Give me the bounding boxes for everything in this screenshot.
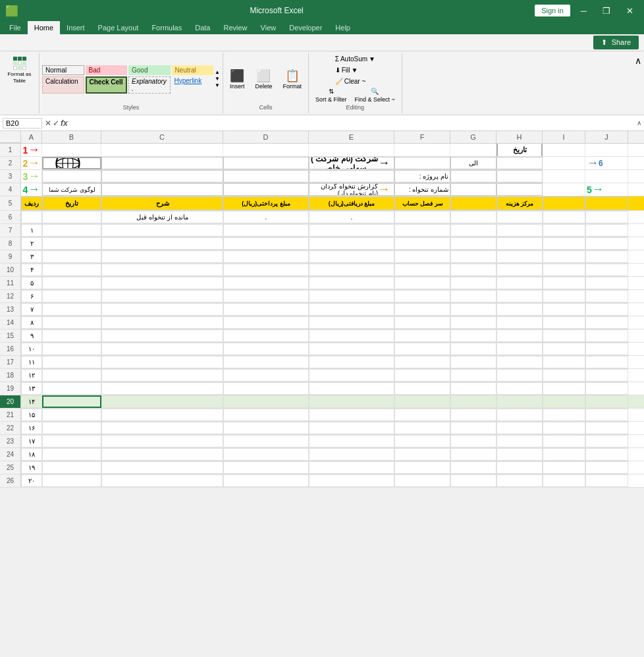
cell-g21[interactable] xyxy=(450,409,496,421)
cell-i22[interactable] xyxy=(543,422,585,434)
cell-a2[interactable]: 2 → xyxy=(21,157,42,169)
cell-j21[interactable] xyxy=(585,409,628,421)
cell-i19[interactable] xyxy=(543,382,585,395)
cell-g24[interactable] xyxy=(450,448,496,461)
cell-b20-selected[interactable] xyxy=(42,395,101,408)
cell-b6[interactable] xyxy=(42,211,101,223)
cell-a18[interactable]: ۱۲ xyxy=(21,369,42,382)
cell-f25[interactable] xyxy=(394,461,450,474)
cell-f20[interactable] xyxy=(394,395,450,408)
cell-b8[interactable] xyxy=(42,237,101,250)
col-header-j[interactable]: J xyxy=(585,131,628,143)
cell-g8[interactable] xyxy=(450,237,496,250)
autosum-button[interactable]: Σ AutoSum ▼ xyxy=(333,54,378,64)
col-header-h[interactable]: H xyxy=(496,131,543,143)
cell-d11[interactable] xyxy=(223,277,309,289)
cell-f11[interactable] xyxy=(394,277,450,289)
cell-a17[interactable]: ۱۱ xyxy=(21,356,42,368)
tab-developer[interactable]: Developer xyxy=(282,21,329,34)
cell-j23[interactable] xyxy=(585,435,628,447)
cell-h26[interactable] xyxy=(496,474,543,487)
cell-f26[interactable] xyxy=(394,474,450,487)
cell-c16[interactable] xyxy=(101,343,223,355)
cell-b5-date[interactable]: تاریخ xyxy=(42,196,101,210)
insert-button[interactable]: ⬛ Insert xyxy=(226,67,249,91)
restore-button[interactable]: ❐ xyxy=(597,5,616,17)
cell-f19[interactable] xyxy=(394,382,450,395)
tab-formulas[interactable]: Formulas xyxy=(145,21,188,34)
formula-expand-icon[interactable]: ∧ xyxy=(637,119,641,127)
cell-f15[interactable] xyxy=(394,329,450,342)
cell-f1[interactable] xyxy=(394,144,450,156)
cell-g1[interactable] xyxy=(450,144,496,156)
cell-g4[interactable] xyxy=(450,183,496,196)
cell-j14[interactable] xyxy=(585,316,628,329)
cell-g9[interactable] xyxy=(450,250,496,263)
cell-b10[interactable] xyxy=(42,264,101,276)
cell-j20[interactable] xyxy=(585,395,628,408)
cell-g14[interactable] xyxy=(450,316,496,329)
cell-c3[interactable] xyxy=(101,170,223,183)
cell-a12[interactable]: ۶ xyxy=(21,290,42,302)
fill-dropdown-icon[interactable]: ▼ xyxy=(352,67,358,74)
cell-j19[interactable] xyxy=(585,382,628,395)
cell-j26[interactable] xyxy=(585,474,628,487)
cell-a13[interactable]: ۷ xyxy=(21,303,42,316)
cell-d9[interactable] xyxy=(223,250,309,263)
cell-j25[interactable] xyxy=(585,461,628,474)
cell-j6[interactable] xyxy=(585,211,628,223)
cell-c19[interactable] xyxy=(101,382,223,395)
cell-i12[interactable] xyxy=(543,290,585,302)
cell-e16[interactable] xyxy=(309,343,394,355)
cell-d20[interactable] xyxy=(223,395,309,408)
cell-b12[interactable] xyxy=(42,290,101,302)
cell-j10[interactable] xyxy=(585,264,628,276)
style-hyperlink[interactable]: Hyperlink xyxy=(172,76,214,94)
cell-e2-company[interactable]: → شرکت (نام شرکت ) سهامی خاص xyxy=(309,157,394,169)
cell-g13[interactable] xyxy=(450,303,496,316)
cell-h18[interactable] xyxy=(496,369,543,382)
col-header-g[interactable]: G xyxy=(450,131,496,143)
cell-a24[interactable]: ۱۸ xyxy=(21,448,42,461)
cell-f3[interactable]: نام پروژه : xyxy=(394,170,450,183)
cell-a9[interactable]: ۳ xyxy=(21,250,42,263)
cell-h17[interactable] xyxy=(496,356,543,368)
cell-b19[interactable] xyxy=(42,382,101,395)
sign-in-button[interactable]: Sign in xyxy=(535,5,570,16)
format-button[interactable]: 📋 Format xyxy=(279,67,306,91)
cell-h4[interactable] xyxy=(496,183,543,196)
cell-d7[interactable] xyxy=(223,224,309,237)
find-select-button[interactable]: 🔍 Find & Select ~ xyxy=(352,86,397,104)
cell-e13[interactable] xyxy=(309,303,394,316)
cell-c17[interactable] xyxy=(101,356,223,368)
col-header-e[interactable]: E xyxy=(309,131,394,143)
cell-g2[interactable]: الی xyxy=(450,157,496,169)
cell-g3[interactable] xyxy=(450,170,496,183)
cell-f22[interactable] xyxy=(394,422,450,434)
cell-g12[interactable] xyxy=(450,290,496,302)
cell-a21[interactable]: ۱۵ xyxy=(21,409,42,421)
cell-h25[interactable] xyxy=(496,461,543,474)
col-header-f[interactable]: F xyxy=(394,131,450,143)
cell-c6-mande[interactable]: مانده از تنخواه قبل xyxy=(101,211,223,223)
minimize-button[interactable]: ─ xyxy=(576,5,592,17)
cell-a22[interactable]: ۱۶ xyxy=(21,422,42,434)
cell-i4[interactable] xyxy=(543,183,585,196)
cell-e25[interactable] xyxy=(309,461,394,474)
cell-e6[interactable]: . xyxy=(309,211,394,223)
cell-f5-account[interactable]: سر فصل حساب xyxy=(394,196,450,210)
cell-e14[interactable] xyxy=(309,316,394,329)
cell-b4-logo-label[interactable]: لوگوی شرکت شما xyxy=(42,183,101,196)
cell-b7[interactable] xyxy=(42,224,101,237)
cell-j8[interactable] xyxy=(585,237,628,250)
cell-f13[interactable] xyxy=(394,303,450,316)
cell-e22[interactable] xyxy=(309,422,394,434)
cell-b3[interactable] xyxy=(42,170,101,183)
cell-g5[interactable] xyxy=(450,196,496,210)
cell-c23[interactable] xyxy=(101,435,223,447)
cell-a1[interactable]: 1 → xyxy=(21,144,42,156)
cell-g25[interactable] xyxy=(450,461,496,474)
cell-i6[interactable] xyxy=(543,211,585,223)
cell-f17[interactable] xyxy=(394,356,450,368)
cell-e1[interactable] xyxy=(309,144,394,156)
